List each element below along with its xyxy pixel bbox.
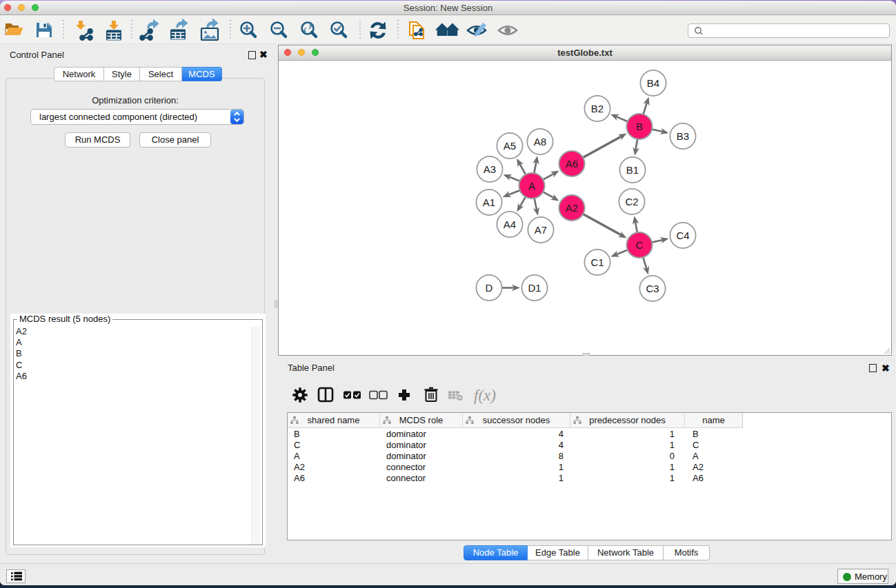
svg-text:D: D (486, 282, 493, 294)
svg-text:A8: A8 (534, 136, 546, 148)
svg-text:C1: C1 (590, 256, 604, 268)
svg-text:B: B (636, 121, 643, 132)
svg-text:A7: A7 (535, 224, 547, 236)
svg-text:C2: C2 (625, 196, 638, 207)
svg-text:D1: D1 (528, 282, 541, 294)
svg-text:A2: A2 (566, 202, 578, 214)
svg-text:B1: B1 (626, 164, 639, 176)
svg-text:B2: B2 (591, 103, 604, 114)
svg-text:A: A (528, 180, 535, 192)
svg-text:C3: C3 (646, 283, 659, 294)
svg-text:A5: A5 (504, 140, 516, 152)
svg-text:A1: A1 (483, 196, 495, 208)
svg-text:B3: B3 (677, 130, 689, 142)
svg-text:C: C (636, 239, 644, 251)
svg-text:A3: A3 (484, 163, 496, 175)
svg-text:C4: C4 (676, 230, 689, 241)
svg-text:B4: B4 (647, 77, 659, 89)
svg-text:A4: A4 (504, 219, 516, 230)
svg-text:f(x): f(x) (474, 387, 496, 404)
svg-text:A6: A6 (566, 158, 578, 170)
